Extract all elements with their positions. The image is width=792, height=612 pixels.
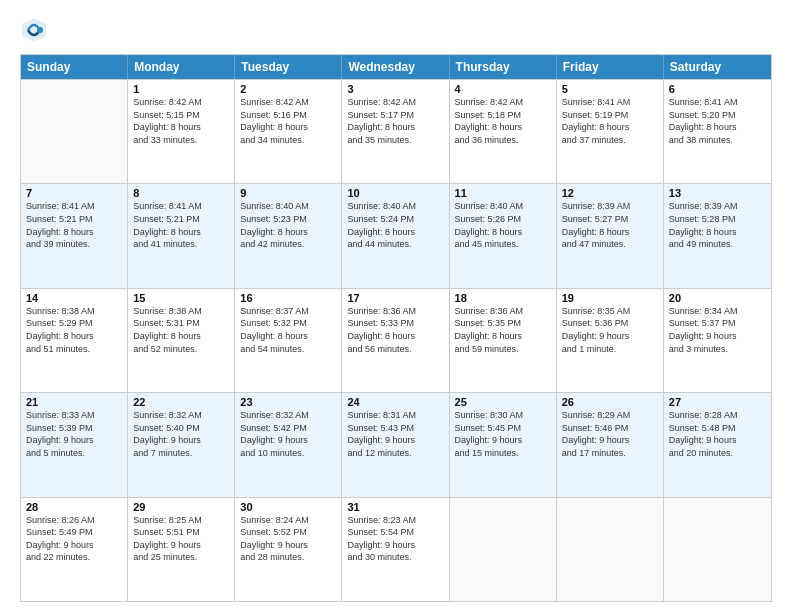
daylight-text: Daylight: 9 hours <box>347 540 415 550</box>
calendar-week-1: 1Sunrise: 8:42 AMSunset: 5:15 PMDaylight… <box>21 79 771 183</box>
day-info: Sunrise: 8:42 AMSunset: 5:15 PMDaylight:… <box>133 96 229 146</box>
sunset-text: Sunset: 5:43 PM <box>347 423 414 433</box>
sunset-text: Sunset: 5:17 PM <box>347 110 414 120</box>
day-info: Sunrise: 8:25 AMSunset: 5:51 PMDaylight:… <box>133 514 229 564</box>
header-day-wednesday: Wednesday <box>342 55 449 79</box>
calendar-day-12: 12Sunrise: 8:39 AMSunset: 5:27 PMDayligh… <box>557 184 664 287</box>
sunrise-text: Sunrise: 8:42 AM <box>240 97 309 107</box>
daylight-text2: and 36 minutes. <box>455 135 519 145</box>
sunrise-text: Sunrise: 8:37 AM <box>240 306 309 316</box>
daylight-text2: and 10 minutes. <box>240 448 304 458</box>
sunrise-text: Sunrise: 8:40 AM <box>347 201 416 211</box>
daylight-text2: and 51 minutes. <box>26 344 90 354</box>
day-number: 3 <box>347 83 443 95</box>
daylight-text: Daylight: 8 hours <box>455 331 523 341</box>
daylight-text: Daylight: 8 hours <box>347 227 415 237</box>
sunset-text: Sunset: 5:26 PM <box>455 214 522 224</box>
calendar-day-15: 15Sunrise: 8:38 AMSunset: 5:31 PMDayligh… <box>128 289 235 392</box>
day-info: Sunrise: 8:26 AMSunset: 5:49 PMDaylight:… <box>26 514 122 564</box>
daylight-text: Daylight: 9 hours <box>133 540 201 550</box>
daylight-text: Daylight: 8 hours <box>133 122 201 132</box>
daylight-text: Daylight: 9 hours <box>240 540 308 550</box>
sunrise-text: Sunrise: 8:32 AM <box>133 410 202 420</box>
daylight-text: Daylight: 8 hours <box>669 227 737 237</box>
sunrise-text: Sunrise: 8:28 AM <box>669 410 738 420</box>
sunset-text: Sunset: 5:29 PM <box>26 318 93 328</box>
daylight-text2: and 17 minutes. <box>562 448 626 458</box>
sunset-text: Sunset: 5:37 PM <box>669 318 736 328</box>
daylight-text2: and 20 minutes. <box>669 448 733 458</box>
day-number: 22 <box>133 396 229 408</box>
day-number: 17 <box>347 292 443 304</box>
day-number: 27 <box>669 396 766 408</box>
calendar-day-11: 11Sunrise: 8:40 AMSunset: 5:26 PMDayligh… <box>450 184 557 287</box>
sunrise-text: Sunrise: 8:38 AM <box>26 306 95 316</box>
calendar-day-24: 24Sunrise: 8:31 AMSunset: 5:43 PMDayligh… <box>342 393 449 496</box>
sunset-text: Sunset: 5:19 PM <box>562 110 629 120</box>
daylight-text: Daylight: 8 hours <box>347 122 415 132</box>
day-info: Sunrise: 8:38 AMSunset: 5:29 PMDaylight:… <box>26 305 122 355</box>
logo-icon <box>20 16 48 44</box>
calendar-day-1: 1Sunrise: 8:42 AMSunset: 5:15 PMDaylight… <box>128 80 235 183</box>
calendar-day-26: 26Sunrise: 8:29 AMSunset: 5:46 PMDayligh… <box>557 393 664 496</box>
day-number: 9 <box>240 187 336 199</box>
daylight-text: Daylight: 8 hours <box>133 331 201 341</box>
calendar-day-3: 3Sunrise: 8:42 AMSunset: 5:17 PMDaylight… <box>342 80 449 183</box>
sunset-text: Sunset: 5:36 PM <box>562 318 629 328</box>
sunset-text: Sunset: 5:39 PM <box>26 423 93 433</box>
day-info: Sunrise: 8:40 AMSunset: 5:26 PMDaylight:… <box>455 200 551 250</box>
sunset-text: Sunset: 5:21 PM <box>26 214 93 224</box>
daylight-text2: and 34 minutes. <box>240 135 304 145</box>
daylight-text: Daylight: 8 hours <box>240 331 308 341</box>
sunrise-text: Sunrise: 8:36 AM <box>455 306 524 316</box>
sunrise-text: Sunrise: 8:40 AM <box>240 201 309 211</box>
day-info: Sunrise: 8:39 AMSunset: 5:27 PMDaylight:… <box>562 200 658 250</box>
day-number: 15 <box>133 292 229 304</box>
sunrise-text: Sunrise: 8:42 AM <box>347 97 416 107</box>
day-number: 19 <box>562 292 658 304</box>
day-info: Sunrise: 8:39 AMSunset: 5:28 PMDaylight:… <box>669 200 766 250</box>
calendar-day-10: 10Sunrise: 8:40 AMSunset: 5:24 PMDayligh… <box>342 184 449 287</box>
day-info: Sunrise: 8:37 AMSunset: 5:32 PMDaylight:… <box>240 305 336 355</box>
sunset-text: Sunset: 5:33 PM <box>347 318 414 328</box>
day-number: 25 <box>455 396 551 408</box>
day-info: Sunrise: 8:29 AMSunset: 5:46 PMDaylight:… <box>562 409 658 459</box>
day-info: Sunrise: 8:40 AMSunset: 5:23 PMDaylight:… <box>240 200 336 250</box>
day-number: 5 <box>562 83 658 95</box>
header-day-thursday: Thursday <box>450 55 557 79</box>
daylight-text: Daylight: 8 hours <box>133 227 201 237</box>
sunset-text: Sunset: 5:27 PM <box>562 214 629 224</box>
day-number: 13 <box>669 187 766 199</box>
daylight-text: Daylight: 8 hours <box>562 227 630 237</box>
calendar-day-2: 2Sunrise: 8:42 AMSunset: 5:16 PMDaylight… <box>235 80 342 183</box>
day-info: Sunrise: 8:34 AMSunset: 5:37 PMDaylight:… <box>669 305 766 355</box>
daylight-text2: and 35 minutes. <box>347 135 411 145</box>
calendar-day-23: 23Sunrise: 8:32 AMSunset: 5:42 PMDayligh… <box>235 393 342 496</box>
sunrise-text: Sunrise: 8:35 AM <box>562 306 631 316</box>
calendar-day-19: 19Sunrise: 8:35 AMSunset: 5:36 PMDayligh… <box>557 289 664 392</box>
day-info: Sunrise: 8:32 AMSunset: 5:42 PMDaylight:… <box>240 409 336 459</box>
sunset-text: Sunset: 5:51 PM <box>133 527 200 537</box>
header-day-sunday: Sunday <box>21 55 128 79</box>
empty-cell <box>664 498 771 601</box>
daylight-text: Daylight: 9 hours <box>562 331 630 341</box>
day-number: 10 <box>347 187 443 199</box>
daylight-text: Daylight: 9 hours <box>562 435 630 445</box>
day-number: 16 <box>240 292 336 304</box>
sunset-text: Sunset: 5:15 PM <box>133 110 200 120</box>
header-day-tuesday: Tuesday <box>235 55 342 79</box>
sunset-text: Sunset: 5:20 PM <box>669 110 736 120</box>
svg-point-1 <box>37 27 43 33</box>
day-info: Sunrise: 8:41 AMSunset: 5:19 PMDaylight:… <box>562 96 658 146</box>
day-info: Sunrise: 8:41 AMSunset: 5:20 PMDaylight:… <box>669 96 766 146</box>
day-number: 12 <box>562 187 658 199</box>
daylight-text2: and 59 minutes. <box>455 344 519 354</box>
sunrise-text: Sunrise: 8:25 AM <box>133 515 202 525</box>
sunrise-text: Sunrise: 8:41 AM <box>26 201 95 211</box>
calendar-day-14: 14Sunrise: 8:38 AMSunset: 5:29 PMDayligh… <box>21 289 128 392</box>
daylight-text2: and 12 minutes. <box>347 448 411 458</box>
sunset-text: Sunset: 5:40 PM <box>133 423 200 433</box>
calendar-day-29: 29Sunrise: 8:25 AMSunset: 5:51 PMDayligh… <box>128 498 235 601</box>
day-info: Sunrise: 8:33 AMSunset: 5:39 PMDaylight:… <box>26 409 122 459</box>
day-number: 8 <box>133 187 229 199</box>
